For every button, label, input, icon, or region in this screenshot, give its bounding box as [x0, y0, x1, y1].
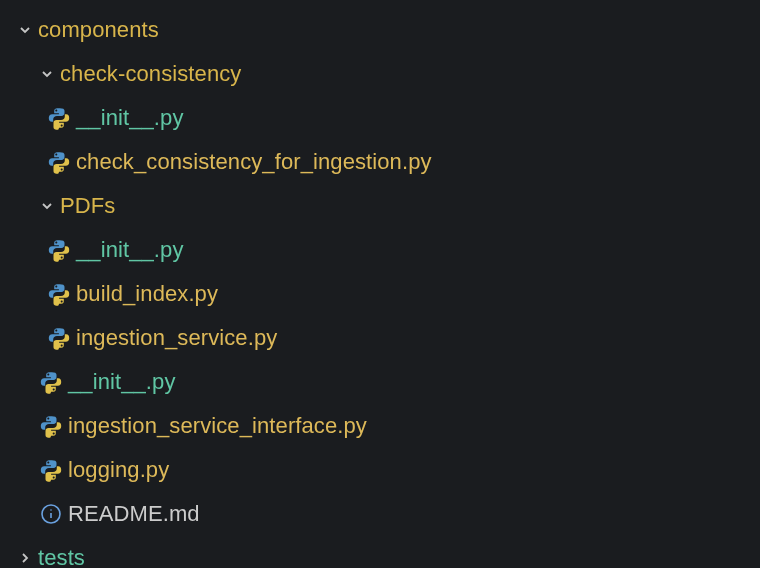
- file-init-py[interactable]: __init__.py: [8, 360, 760, 404]
- file-ingestion-service-interface[interactable]: ingestion_service_interface.py: [8, 404, 760, 448]
- folder-pdfs[interactable]: PDFs: [8, 184, 760, 228]
- folder-label: check-consistency: [60, 61, 241, 87]
- file-explorer-tree: components check-consistency __init__.py…: [0, 0, 760, 568]
- file-label: __init__.py: [68, 369, 176, 395]
- folder-label: PDFs: [60, 193, 115, 219]
- folder-components[interactable]: components: [8, 8, 760, 52]
- chevron-down-icon: [34, 198, 60, 214]
- folder-label: tests: [38, 545, 85, 568]
- python-icon: [42, 106, 76, 130]
- file-build-index[interactable]: build_index.py: [8, 272, 760, 316]
- python-icon: [34, 414, 68, 438]
- file-init-py[interactable]: __init__.py: [8, 228, 760, 272]
- file-label: __init__.py: [76, 105, 184, 131]
- python-icon: [42, 326, 76, 350]
- file-ingestion-service[interactable]: ingestion_service.py: [8, 316, 760, 360]
- file-label: ingestion_service.py: [76, 325, 277, 351]
- chevron-down-icon: [12, 22, 38, 38]
- file-init-py[interactable]: __init__.py: [8, 96, 760, 140]
- chevron-down-icon: [34, 66, 60, 82]
- file-check-consistency-for-ingestion[interactable]: check_consistency_for_ingestion.py: [8, 140, 760, 184]
- folder-check-consistency[interactable]: check-consistency: [8, 52, 760, 96]
- info-icon: [34, 503, 68, 525]
- file-readme[interactable]: README.md: [8, 492, 760, 536]
- file-label: logging.py: [68, 457, 169, 483]
- folder-tests[interactable]: tests: [8, 536, 760, 568]
- python-icon: [34, 458, 68, 482]
- file-label: __init__.py: [76, 237, 184, 263]
- chevron-right-icon: [12, 550, 38, 566]
- file-label: ingestion_service_interface.py: [68, 413, 367, 439]
- file-label: check_consistency_for_ingestion.py: [76, 149, 432, 175]
- python-icon: [42, 238, 76, 262]
- file-logging[interactable]: logging.py: [8, 448, 760, 492]
- file-label: README.md: [68, 501, 200, 527]
- file-label: build_index.py: [76, 281, 218, 307]
- folder-label: components: [38, 17, 159, 43]
- python-icon: [42, 150, 76, 174]
- python-icon: [34, 370, 68, 394]
- python-icon: [42, 282, 76, 306]
